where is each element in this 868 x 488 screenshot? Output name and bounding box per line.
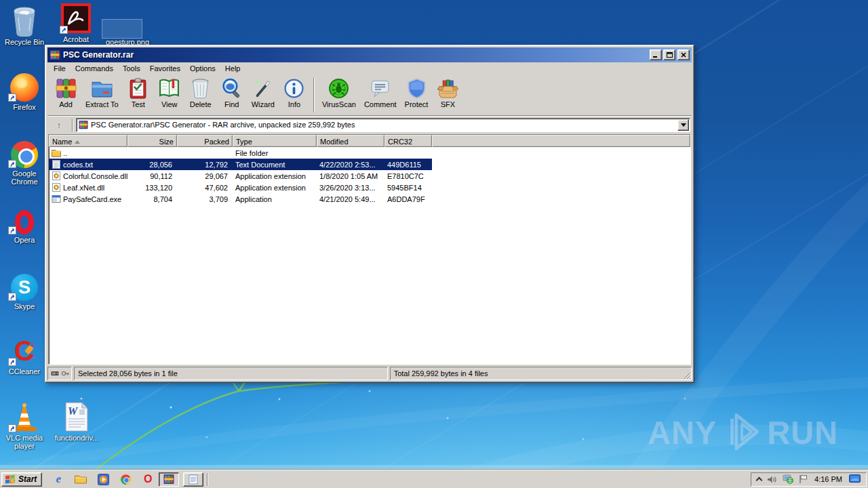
desktop-icon-firefox[interactable]: Firefox — [0, 70, 49, 111]
delete-button[interactable]: Delete — [185, 75, 216, 115]
column-header-modified[interactable]: Modified — [317, 135, 384, 147]
desktop-icon-label: CCleaner — [0, 367, 49, 375]
find-button[interactable]: Find — [216, 75, 248, 115]
desktop-icon-ccleaner[interactable]: C CCleaner — [0, 335, 49, 375]
file-row-codes-txt[interactable]: codes.txt 28,056 12,792 Text Document 4/… — [49, 159, 432, 170]
resize-grip-icon[interactable] — [683, 371, 691, 380]
explorer-folder-icon[interactable] — [74, 472, 87, 486]
desktop-icon-skype[interactable]: S Skype — [0, 270, 49, 310]
faded-file-icon — [102, 19, 142, 39]
desktop-icon-label: VLC media player — [0, 434, 49, 450]
column-header-name[interactable]: Name — [49, 135, 127, 147]
close-button[interactable] — [677, 49, 690, 60]
virusscan-icon — [328, 77, 350, 100]
desktop-icon-vlc[interactable]: VLC media player — [0, 401, 49, 450]
shortcut-arrow-icon — [8, 424, 16, 432]
extract-folder-icon — [91, 77, 113, 100]
address-combobox[interactable]: PSC Generator.rar\PSC Generator - RAR ar… — [76, 118, 690, 132]
taskbar-separator — [207, 473, 208, 486]
maximize-button[interactable] — [663, 49, 675, 60]
winrar-window: PSC Generator.rar File Commands Tools Fa… — [45, 45, 694, 383]
file-row-leaf-xnet-dll[interactable]: Leaf.xNet.dll 133,120 47,602 Application… — [49, 182, 432, 193]
key-icon[interactable] — [61, 370, 69, 377]
sort-ascending-icon — [75, 138, 80, 144]
info-button[interactable]: Info — [279, 75, 310, 115]
internet-explorer-icon[interactable]: e — [52, 472, 65, 486]
test-button[interactable]: Test — [123, 75, 154, 115]
taskbar-winrar-button[interactable] — [159, 472, 179, 487]
menu-help[interactable]: Help — [220, 63, 245, 74]
column-headers: Name Size Packed Type Modified CRC32 — [49, 135, 690, 147]
chrome-icon — [0, 137, 49, 168]
tray-expand-icon[interactable] — [756, 477, 763, 484]
protect-shield-icon — [406, 77, 428, 100]
anyrun-play-icon — [721, 410, 763, 453]
up-arrow-icon: ↑ — [57, 120, 62, 130]
opera-icon[interactable]: O — [141, 472, 155, 486]
acrobat-icon — [52, 3, 100, 34]
skype-icon: S — [0, 270, 49, 301]
taskbar-clock[interactable]: 4:16 PM — [813, 475, 844, 483]
find-magnifier-icon — [220, 77, 243, 100]
delete-trash-icon — [189, 77, 212, 100]
media-player-icon[interactable] — [96, 472, 110, 486]
comment-button[interactable]: Comment — [360, 75, 401, 115]
column-header-packed[interactable]: Packed — [177, 135, 233, 147]
chrome-icon[interactable] — [119, 472, 132, 486]
ccleaner-icon: C — [0, 335, 49, 366]
toolbar: Add Extract To Test — [47, 75, 692, 116]
titlebar[interactable]: PSC Generator.rar — [47, 47, 692, 62]
column-header-size[interactable]: Size — [127, 135, 177, 147]
dll-file-icon — [52, 183, 61, 192]
desktop-icon-functiondriv[interactable]: W functiondriv... — [50, 401, 103, 442]
system-tray: 4:16 PM — [751, 472, 867, 487]
virusscan-button[interactable]: VirusScan — [318, 75, 360, 115]
menu-favorites[interactable]: Favorites — [145, 63, 185, 74]
desktop-icon-label: Skype — [0, 302, 49, 310]
menu-file[interactable]: File — [49, 63, 71, 74]
action-center-flag-icon[interactable] — [799, 474, 808, 484]
file-row-colorful-console-dll[interactable]: Colorful.Console.dll 90,112 29,067 Appli… — [49, 170, 432, 182]
dll-file-icon — [52, 171, 61, 180]
desktop-icon-google-chrome[interactable]: Google Chrome — [0, 137, 49, 186]
menu-bar: File Commands Tools Favorites Options He… — [47, 62, 692, 75]
volume-icon[interactable] — [767, 475, 777, 484]
protect-button[interactable]: Protect — [401, 75, 433, 115]
column-header-crc32[interactable]: CRC32 — [384, 135, 432, 147]
quick-launch: e O — [52, 472, 155, 486]
add-button[interactable]: Add — [50, 75, 81, 115]
file-row-parent-dir[interactable]: .. File folder — [49, 147, 432, 159]
sfx-button[interactable]: SFX — [432, 75, 463, 115]
network-update-icon[interactable] — [783, 474, 793, 484]
address-dropdown-button[interactable] — [677, 119, 689, 131]
windows-logo-icon — [5, 474, 16, 485]
file-row-paysafecard-exe[interactable]: PaySafeCard.exe 8,704 3,709 Application … — [49, 193, 432, 205]
disk-icon[interactable] — [51, 371, 59, 376]
wizard-button[interactable]: Wizard — [248, 75, 279, 115]
desktop-icon-recycle-bin[interactable]: Recycle Bin — [0, 5, 49, 46]
word-document-icon: W — [50, 401, 103, 432]
status-icons — [47, 367, 72, 380]
menu-tools[interactable]: Tools — [118, 63, 145, 74]
firefox-icon — [0, 70, 49, 102]
desktop-icon-opera[interactable]: Opera — [0, 203, 49, 244]
menu-commands[interactable]: Commands — [71, 63, 118, 74]
desktop-icon-label: Firefox — [0, 103, 49, 111]
menu-options[interactable]: Options — [185, 63, 220, 74]
taskbar-notepad-button[interactable] — [183, 472, 203, 487]
taskbar: Start e O — [0, 470, 868, 488]
status-total: Total 259,992 bytes in 4 files — [390, 367, 692, 380]
display-icon[interactable] — [849, 474, 861, 484]
desktop-icon-acrobat[interactable]: Acrobat — [52, 3, 100, 43]
address-separator — [72, 119, 73, 131]
view-book-icon — [158, 77, 180, 100]
minimize-button[interactable] — [650, 49, 662, 60]
shortcut-arrow-icon — [8, 94, 16, 102]
column-header-type[interactable]: Type — [233, 135, 317, 147]
shortcut-arrow-icon — [60, 26, 68, 34]
start-button[interactable]: Start — [1, 472, 42, 487]
up-button[interactable]: ↑ — [49, 118, 69, 132]
extract-to-button[interactable]: Extract To — [81, 75, 123, 115]
view-button[interactable]: View — [154, 75, 185, 115]
winrar-icon — [79, 120, 88, 129]
